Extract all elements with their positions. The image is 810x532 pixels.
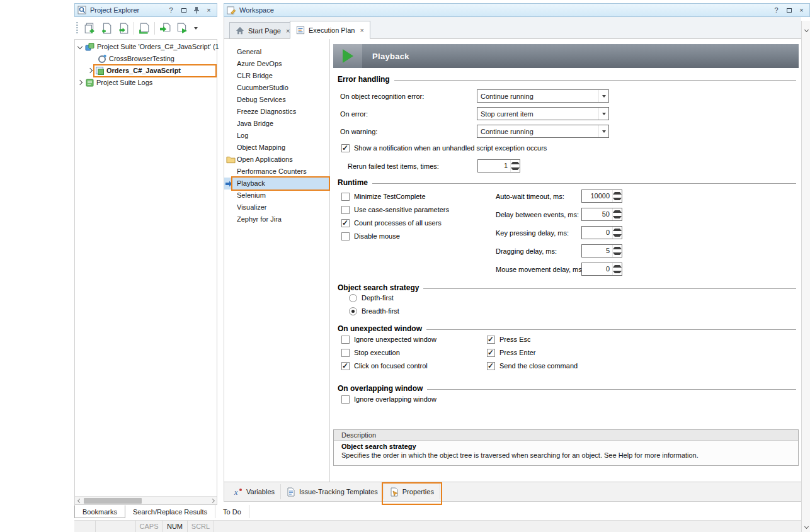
ignore-unexpected-window-checkbox[interactable]: Ignore unexpected window (341, 334, 436, 344)
spin-down-button[interactable] (613, 196, 622, 203)
import-project-button[interactable] (158, 21, 172, 35)
pin-button[interactable] (191, 6, 202, 15)
checkbox-icon[interactable] (341, 144, 350, 152)
on-object-recognition-error-combo[interactable]: Continue running (477, 89, 609, 103)
spin-up-button[interactable] (613, 208, 622, 215)
minimize-testcomplete-checkbox[interactable]: Minimize TestComplete (341, 191, 426, 201)
tab-variables[interactable]: x Variables (227, 484, 281, 499)
nav-item-clr-bridge[interactable]: CLR Bridge (224, 70, 329, 82)
press-esc-checkbox[interactable]: Press Esc (487, 334, 531, 344)
count-processes-checkbox[interactable]: Count processes of all users (341, 218, 442, 228)
auto-wait-timeout-spinner[interactable]: 10000 (581, 190, 622, 203)
checkbox-icon[interactable] (341, 219, 350, 227)
expander-closed-icon[interactable] (88, 68, 93, 73)
tree-node-crossbrowsertesting[interactable]: CrossBrowserTesting (75, 53, 217, 65)
nav-item-cucumberstudio[interactable]: CucumberStudio (224, 82, 329, 94)
spinner-value[interactable]: 0 (582, 263, 612, 275)
key-pressing-delay-spinner[interactable]: 0 (581, 226, 622, 239)
nav-item-azure-devops[interactable]: Azure DevOps (224, 58, 329, 70)
stop-execution-checkbox[interactable]: Stop execution (341, 348, 400, 358)
spin-up-button[interactable] (511, 160, 520, 166)
spinner-value[interactable]: 1 (478, 160, 510, 172)
tab-start-page[interactable]: Start Page × (229, 22, 296, 39)
tab-issue-tracking-templates[interactable]: Issue-Tracking Templates (281, 484, 384, 499)
open-project-button[interactable] (117, 21, 130, 35)
press-enter-checkbox[interactable]: Press Enter (487, 348, 535, 358)
tab-overflow-button[interactable] (802, 26, 810, 34)
disable-mouse-checkbox[interactable]: Disable mouse (341, 231, 400, 241)
toolbar-grip[interactable] (76, 22, 78, 35)
tree-node-project-suite[interactable]: Project Suite 'Orders_C#_JavaScript' (1 (75, 41, 217, 53)
close-button[interactable]: × (796, 6, 807, 15)
checkbox-icon[interactable] (341, 362, 350, 370)
checkbox-icon[interactable] (487, 362, 495, 370)
tree-node-orders-project[interactable]: Orders_C#_JavaScript (75, 65, 217, 77)
nav-item-general[interactable]: General (224, 46, 329, 58)
expander-closed-icon[interactable] (77, 80, 83, 85)
click-focused-control-checkbox[interactable]: Click on focused control (341, 361, 428, 371)
nav-item-selenium[interactable]: Selenium (224, 190, 329, 201)
depth-first-radio[interactable]: Depth-first (349, 293, 394, 303)
help-button[interactable]: ? (771, 6, 782, 15)
spin-down-button[interactable] (613, 233, 622, 239)
spinner-value[interactable]: 50 (582, 208, 612, 220)
toolbar-overflow-button[interactable] (192, 21, 200, 35)
combo-dropdown-button[interactable] (598, 108, 608, 120)
checkbox-icon[interactable] (341, 232, 350, 241)
nav-item-open-applications[interactable]: Open Applications (224, 154, 329, 166)
new-project-button[interactable] (100, 21, 113, 35)
spinner-value[interactable]: 0 (582, 227, 612, 239)
spin-down-button[interactable] (613, 215, 622, 221)
spinner-value[interactable]: 5 (582, 245, 612, 257)
delay-between-events-spinner[interactable]: 50 (581, 208, 622, 221)
nav-item-playback[interactable]: Playback (224, 178, 329, 190)
tab-bookmarks[interactable]: Bookmarks (74, 505, 125, 518)
spin-up-button[interactable] (613, 263, 622, 269)
show-notification-checkbox[interactable]: Show a notification when an unhandled sc… (341, 143, 547, 153)
breadth-first-radio[interactable]: Breadth-first (349, 306, 399, 316)
radio-icon[interactable] (349, 294, 357, 302)
tab-to-do[interactable]: To Do (215, 505, 249, 518)
tree-node-project-suite-logs[interactable]: Project Suite Logs (75, 77, 217, 89)
nav-item-debug-services[interactable]: Debug Services (224, 94, 329, 106)
close-button[interactable]: × (203, 6, 214, 15)
on-warning-combo[interactable]: Continue running (477, 125, 609, 138)
tab-properties[interactable]: Properties (384, 484, 440, 499)
checkbox-icon[interactable] (341, 193, 350, 201)
combo-dropdown-button[interactable] (598, 90, 608, 102)
workspace-scrollbar[interactable] (801, 21, 810, 532)
spin-up-button[interactable] (613, 245, 622, 251)
nav-item-log[interactable]: Log (224, 130, 329, 142)
combo-dropdown-button[interactable] (598, 125, 608, 137)
checkbox-icon[interactable] (341, 206, 350, 214)
tab-execution-plan[interactable]: Execution Plan × (290, 21, 370, 39)
spin-up-button[interactable] (613, 190, 622, 196)
checkbox-icon[interactable] (487, 349, 495, 357)
float-button[interactable] (784, 6, 794, 15)
help-button[interactable]: ? (166, 6, 176, 15)
ignore-overlapping-window-checkbox[interactable]: Ignore overlapping window (341, 394, 436, 404)
nav-item-freeze-diagnostics[interactable]: Freeze Diagnostics (224, 106, 329, 118)
close-tab-icon[interactable]: × (360, 26, 363, 34)
nav-item-java-bridge[interactable]: Java Bridge (224, 118, 329, 130)
case-sensitive-parameters-checkbox[interactable]: Use case-sensitive parameters (341, 205, 449, 215)
run-project-button[interactable] (175, 21, 189, 35)
scroll-left-button[interactable] (75, 497, 84, 505)
add-existing-item-button[interactable] (137, 21, 151, 35)
spin-up-button[interactable] (613, 227, 622, 233)
spinner-value[interactable]: 10000 (582, 190, 612, 202)
add-project-suite-button[interactable] (83, 21, 96, 35)
nav-item-zephyr-for-jira[interactable]: Zephyr for Jira (224, 213, 329, 225)
scroll-right-button[interactable] (208, 497, 217, 505)
float-button[interactable] (178, 6, 189, 15)
dragging-delay-spinner[interactable]: 5 (581, 244, 622, 258)
send-close-command-checkbox[interactable]: Send the close command (487, 361, 578, 371)
checkbox-icon[interactable] (341, 336, 350, 344)
nav-item-performance-counters[interactable]: Performance Counters (224, 166, 329, 178)
checkbox-icon[interactable] (341, 349, 350, 357)
on-error-combo[interactable]: Stop current item (477, 107, 609, 120)
tab-search-replace-results[interactable]: Search/Replace Results (125, 505, 215, 518)
scrollbar-thumb[interactable] (84, 498, 142, 504)
checkbox-icon[interactable] (487, 336, 495, 344)
spin-down-button[interactable] (511, 166, 520, 173)
